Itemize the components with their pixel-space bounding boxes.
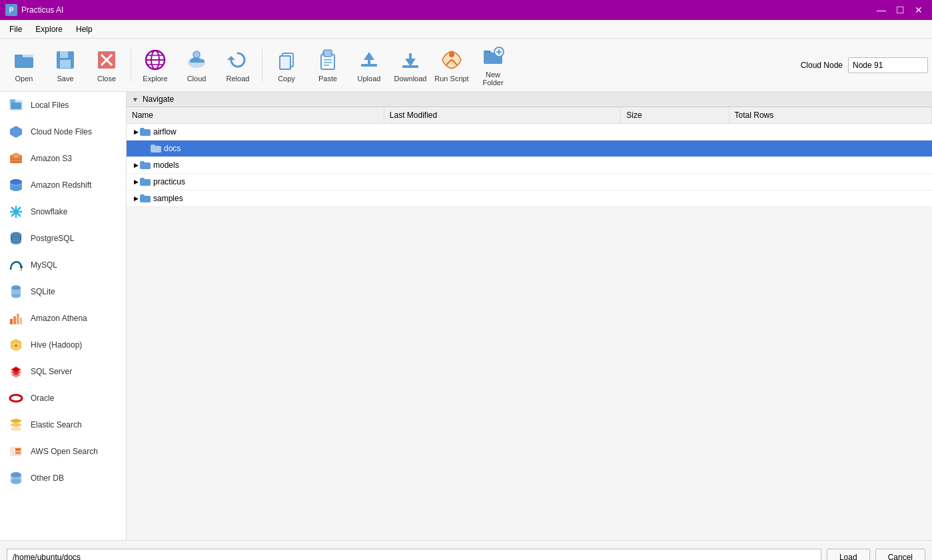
oracle-icon — [8, 390, 24, 406]
sidebar-item-amazon-redshift[interactable]: Amazon Redshift — [0, 172, 126, 198]
sidebar-item-postgresql[interactable]: PostgreSQL — [0, 225, 126, 252]
sidebar-item-sqlite[interactable]: SQLite — [0, 278, 126, 305]
mysql-icon — [8, 257, 24, 273]
svg-marker-28 — [364, 52, 374, 64]
amazon-athena-icon — [8, 310, 24, 326]
svg-rect-66 — [20, 318, 22, 324]
paste-button[interactable]: Paste — [308, 42, 348, 89]
svg-point-57 — [20, 266, 23, 268]
amazon-s3-label: Amazon S3 — [31, 154, 72, 163]
cloud-button[interactable]: Cloud — [177, 42, 217, 89]
titlebar-left: P Practicus AI — [5, 4, 63, 16]
sidebar-item-local-files[interactable]: Local Files — [0, 92, 126, 119]
sidebar-item-elastic-search[interactable]: Elastic Search — [0, 412, 126, 438]
sidebar-item-amazon-s3[interactable]: Amazon S3 — [0, 145, 126, 172]
sidebar-item-hive-hadoop[interactable]: Hive (Hadoop) — [0, 332, 126, 358]
mysql-label: MySQL — [31, 260, 57, 270]
cell-size — [621, 157, 729, 174]
cell-name: ▶models — [127, 157, 384, 174]
menu-file[interactable]: File — [3, 22, 29, 37]
path-input[interactable] — [7, 549, 821, 561]
cloud-node-area: Cloud Node Node 91 — [801, 57, 928, 73]
svg-rect-23 — [324, 50, 332, 57]
table-row[interactable]: ▶samples — [127, 190, 932, 207]
sidebar-item-amazon-athena[interactable]: Amazon Athena — [0, 305, 126, 332]
sidebar-item-mysql[interactable]: MySQL — [0, 252, 126, 278]
cell-last-modified — [384, 190, 620, 207]
save-button[interactable]: Save — [45, 42, 85, 89]
elastic-search-icon — [8, 417, 24, 433]
col-total-rows: Total Rows — [729, 107, 931, 124]
sqlite-label: SQLite — [31, 287, 55, 296]
sidebar-item-cloud-node-files[interactable]: Cloud Node Files — [0, 119, 126, 145]
sidebar-item-aws-open-search[interactable]: AWS Open Search — [0, 438, 126, 465]
cell-total-rows — [729, 190, 931, 207]
row-expander[interactable]: ▶ — [132, 178, 140, 185]
explore-label: Explore — [143, 75, 167, 83]
close-toolbar-button[interactable]: Close — [87, 42, 127, 89]
table-row[interactable]: docs — [127, 140, 932, 157]
amazon-redshift-icon — [8, 177, 24, 193]
col-size: Size — [621, 107, 729, 124]
svg-point-78 — [11, 479, 21, 484]
svg-point-56 — [11, 232, 21, 239]
close-button[interactable]: ✕ — [911, 2, 927, 18]
app-title: Practicus AI — [21, 5, 63, 15]
svg-point-47 — [10, 186, 22, 191]
navigate-collapse-arrow[interactable]: ▼ — [132, 96, 139, 103]
row-expander[interactable]: ▶ — [132, 162, 140, 168]
cell-last-modified — [384, 174, 620, 190]
menu-explore[interactable]: Explore — [29, 22, 69, 37]
open-button[interactable]: Open — [4, 42, 44, 89]
cell-name: ▶samples — [127, 190, 384, 207]
local-files-icon — [8, 97, 24, 113]
col-name: Name — [127, 107, 384, 124]
svg-point-74 — [11, 427, 21, 431]
cloud-node-select[interactable]: Node 91 — [848, 57, 928, 73]
menu-help[interactable]: Help — [69, 22, 99, 37]
newfolder-button[interactable]: New Folder — [473, 42, 513, 89]
newfolder-label: New Folder — [476, 71, 510, 87]
sidebar-item-oracle[interactable]: Oracle — [0, 385, 126, 412]
cancel-button[interactable]: Cancel — [875, 549, 925, 561]
runscript-label: Run Script — [434, 75, 468, 83]
local-files-label: Local Files — [31, 101, 69, 110]
svg-rect-20 — [280, 56, 290, 69]
oracle-label: Oracle — [31, 394, 54, 403]
sidebar-item-snowflake[interactable]: Snowflake — [0, 198, 126, 225]
svg-rect-6 — [68, 52, 70, 57]
table-row[interactable]: ▶airflow — [127, 124, 932, 140]
reload-button[interactable]: Reload — [218, 42, 258, 89]
table-row[interactable]: ▶practicus — [127, 174, 932, 190]
app-logo: P — [5, 4, 17, 16]
table-row[interactable]: ▶models — [127, 157, 932, 174]
minimize-button[interactable]: — — [873, 2, 889, 18]
cell-last-modified — [384, 157, 620, 174]
download-button[interactable]: Download — [390, 42, 430, 89]
upload-button[interactable]: Upload — [349, 42, 389, 89]
hive-hadoop-icon — [8, 337, 24, 353]
sidebar-item-sql-server[interactable]: SQL Server — [0, 358, 126, 385]
sidebar-item-other-db[interactable]: Other DB — [0, 465, 126, 491]
sqlite-icon — [8, 284, 24, 300]
svg-rect-65 — [17, 314, 19, 324]
row-expander[interactable]: ▶ — [132, 195, 140, 202]
maximize-button[interactable]: ☐ — [892, 2, 908, 18]
reload-icon — [226, 48, 250, 72]
aws-open-search-icon — [8, 443, 24, 459]
svg-point-16 — [193, 51, 200, 58]
open-label: Open — [15, 75, 33, 83]
cell-total-rows — [729, 174, 931, 190]
copy-button[interactable]: Copy — [266, 42, 306, 89]
explore-button[interactable]: Explore — [135, 42, 175, 89]
cloud-icon — [185, 48, 209, 72]
other-db-label: Other DB — [31, 473, 64, 483]
close-toolbar-icon — [95, 48, 119, 72]
load-button[interactable]: Load — [827, 549, 870, 561]
svg-rect-1 — [15, 57, 33, 68]
runscript-button[interactable]: Run Script — [432, 42, 472, 89]
save-label: Save — [57, 75, 73, 83]
row-expander[interactable]: ▶ — [132, 129, 140, 135]
cell-total-rows — [729, 140, 931, 157]
titlebar: P Practicus AI — ☐ ✕ — [0, 0, 932, 20]
